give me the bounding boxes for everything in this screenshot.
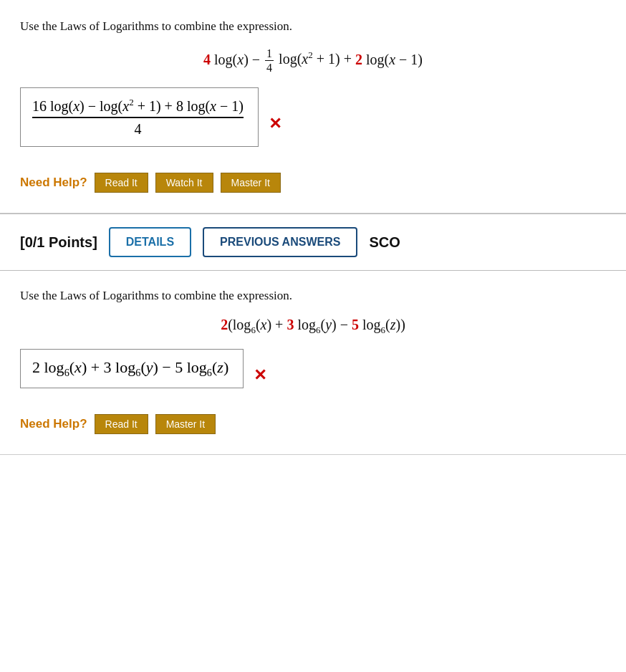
points-label: [0/1 Points] [20, 234, 97, 251]
answer-box-2[interactable]: 2 log6(x) + 3 log6(y) − 5 log6(z) [20, 349, 244, 388]
term2-3: log [359, 317, 381, 332]
coeff2-2: 3 [286, 317, 294, 332]
master-it-button-2[interactable]: Master It [155, 414, 216, 434]
section-1: Use the Laws of Logarithms to combine th… [0, 0, 626, 213]
need-help-row-2: Need Help? Read It Master It [20, 414, 606, 434]
coeff-1: 4 [203, 51, 211, 67]
term-1: log(x) − [214, 51, 264, 67]
coeff-3: 2 [355, 51, 362, 67]
instruction-1: Use the Laws of Logarithms to combine th… [20, 17, 606, 36]
watch-it-button-1[interactable]: Watch It [155, 173, 213, 193]
answer-content-2: 2 log6(x) + 3 log6(y) − 5 log6(z) [32, 358, 228, 379]
master-it-button-1[interactable]: Master It [221, 173, 281, 193]
term-3: log(x − 1) [366, 51, 423, 67]
need-help-label-2: Need Help? [20, 417, 87, 431]
var2-2: (y) − [320, 317, 352, 332]
score-label: SCO [369, 234, 400, 251]
instruction-text-1: Use the Laws of Logarithms to combine th… [20, 19, 292, 33]
section-2: Use the Laws of Logarithms to combine th… [0, 271, 626, 455]
incorrect-mark-1: ✕ [269, 115, 281, 133]
need-help-row-1: Need Help? Read It Watch It Master It [20, 173, 606, 193]
read-it-button-2[interactable]: Read It [95, 414, 148, 434]
fraction-coeff: 1 4 [265, 47, 274, 75]
previous-answers-button[interactable]: PREVIOUS ANSWERS [203, 227, 357, 257]
answer-denominator: 4 [134, 118, 141, 138]
need-help-label-1: Need Help? [20, 176, 87, 190]
details-button[interactable]: DETAILS [109, 227, 191, 257]
term-2: log(x2 + 1) + [279, 51, 355, 67]
paren-open: (log [228, 317, 251, 332]
incorrect-mark-2: ✕ [254, 366, 266, 385]
read-it-button-1[interactable]: Read It [95, 173, 148, 193]
term2-2: log [294, 317, 316, 332]
answer-box-1[interactable]: 16 log(x) − log(x2 + 1) + 8 log(x − 1) 4 [20, 87, 259, 148]
answer-row-2: 2 log6(x) + 3 log6(y) − 5 log6(z) ✕ [20, 349, 606, 401]
expression-2: 2(log6(x) + 3 log6(y) − 5 log6(z)) [20, 317, 606, 336]
var2-3: (z)) [385, 317, 405, 332]
frac-den: 4 [265, 61, 274, 75]
answer-row-1: 16 log(x) − log(x2 + 1) + 8 log(x − 1) 4… [20, 87, 606, 160]
answer-numerator: 16 log(x) − log(x2 + 1) + 8 log(x − 1) [32, 97, 244, 119]
instruction-text-2: Use the Laws of Logarithms to combine th… [20, 289, 292, 302]
coeff2-1: 2 [221, 317, 228, 332]
coeff2-3: 5 [352, 317, 359, 332]
instruction-2: Use the Laws of Logarithms to combine th… [20, 287, 606, 305]
var2-1: (x) + [256, 317, 287, 332]
divider-row: [0/1 Points] DETAILS PREVIOUS ANSWERS SC… [0, 213, 626, 271]
answer-fraction: 16 log(x) − log(x2 + 1) + 8 log(x − 1) 4 [32, 97, 244, 138]
frac-num: 1 [265, 47, 274, 62]
expression-1: 4 log(x) − 1 4 log(x2 + 1) + 2 log(x − 1… [20, 47, 606, 75]
